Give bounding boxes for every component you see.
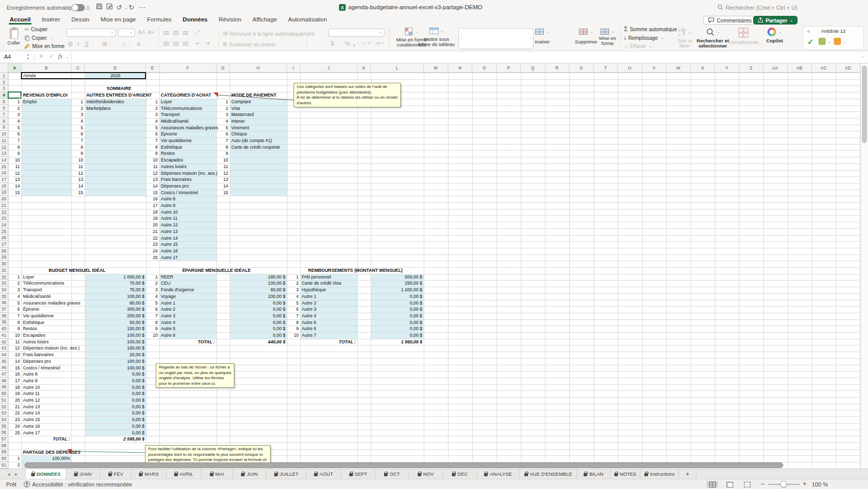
cell-A45[interactable]: 14 [8, 358, 21, 365]
cell-F15[interactable]: Autres loisirs [159, 164, 216, 170]
cell-D40[interactable]: 150,00 $ [85, 325, 146, 332]
cell-F23[interactable]: Autre 11 [159, 215, 216, 222]
cell-C9[interactable]: 5 [71, 125, 85, 131]
row-header-36[interactable]: 36 [0, 300, 8, 307]
shrink-font-icon[interactable]: A˅ [148, 29, 155, 35]
cell-B32[interactable]: Loyer [21, 274, 71, 281]
cell-H34[interactable]: 60,00 $ [230, 287, 287, 293]
document-title[interactable]: agenda-budgetaire-annuel-excel-v3-partag… [348, 4, 483, 10]
row-header-31[interactable]: 31 [0, 267, 8, 274]
cell-A50[interactable]: 19 [8, 390, 21, 397]
row-header-17[interactable]: 17 [0, 176, 8, 183]
cell-I31[interactable]: REMBOURSEMENTS (MONTANT MENSUEL) [287, 267, 424, 274]
row-header-12[interactable]: 12 [0, 144, 8, 151]
cell-E15[interactable]: 11 [146, 164, 159, 170]
cell-B5[interactable]: Emploi [21, 99, 71, 105]
cell-B38[interactable]: Vie quotidienne [21, 313, 71, 319]
cell-B50[interactable]: Autre 11 [21, 390, 71, 397]
row-header-23[interactable]: 23 [0, 215, 8, 222]
orientation-dropdown-icon[interactable]: ⌄ [202, 31, 205, 35]
cell-E13[interactable]: 9 [146, 150, 159, 157]
row-header-30[interactable]: 30 [0, 261, 8, 267]
zoom-in-button[interactable]: + [803, 480, 807, 487]
number-format-select[interactable] [328, 29, 384, 37]
cell-H9[interactable]: Virement [230, 125, 287, 131]
cell-F40[interactable]: Autre 5 [159, 325, 216, 332]
cell-B45[interactable]: Dépenses pro [21, 358, 71, 365]
cell-G13[interactable]: 9 [216, 150, 230, 157]
column-header-G[interactable]: G [216, 63, 230, 73]
cancel-icon[interactable]: ✕ [39, 53, 43, 60]
grow-font-icon[interactable]: A˄ [138, 29, 145, 35]
cell-D38[interactable]: 200,00 $ [85, 313, 146, 319]
cell-B39[interactable]: Esthétique [21, 319, 71, 326]
cell-E27[interactable]: 23 [146, 241, 159, 248]
fill-color-icon[interactable]: ◇ [122, 41, 126, 48]
row-header-9[interactable]: 9 [0, 125, 8, 131]
cell-F24[interactable]: Autre 12 [159, 222, 216, 228]
cell-E40[interactable]: 9 [146, 325, 159, 332]
cell-A44[interactable]: 13 [8, 352, 21, 358]
prev-sheet-icon[interactable]: ◂ [8, 472, 10, 477]
currency-dropdown-icon[interactable]: ⌄ [336, 42, 340, 46]
horizontal-scrollbar-thumb[interactable] [25, 462, 783, 468]
cell-H33[interactable]: 100,00 $ [230, 280, 287, 287]
cell-H8[interactable]: Interac [230, 118, 287, 125]
merge-center-button[interactable]: Fusionner et centrer [230, 42, 276, 48]
cell-E32[interactable]: 1 [146, 274, 159, 281]
sheet-tab-juin[interactable]: JUIN [233, 469, 267, 479]
cell-J34[interactable]: Hypothèque [300, 287, 357, 293]
cell-A31[interactable]: BUDGET MENSUEL IDÉAL [8, 267, 146, 274]
sheet-tab-août[interactable]: AOÛT [306, 469, 341, 479]
row-header-5[interactable]: 5 [0, 99, 8, 105]
cell-F8[interactable]: Médical/santé [159, 118, 216, 125]
cell-A56[interactable]: 25 [8, 430, 21, 436]
row-header-57[interactable]: 57 [0, 436, 8, 443]
cell-G7[interactable]: 3 [216, 111, 230, 118]
cell-H39[interactable]: 0,00 $ [230, 319, 287, 326]
row-header-46[interactable]: 46 [0, 365, 8, 371]
zoom-out-button[interactable]: − [761, 480, 765, 488]
cell-A53[interactable]: 22 [8, 410, 21, 416]
cell-A13[interactable]: 9 [8, 150, 21, 157]
row-header-58[interactable]: 58 [0, 443, 8, 449]
vertical-scrollbar[interactable] [860, 63, 868, 469]
cell-D35[interactable]: 100,00 $ [85, 293, 146, 300]
cell-G18[interactable]: 14 [216, 183, 230, 190]
column-header-P[interactable]: P [497, 63, 521, 73]
cell-H42[interactable]: 440,00 $ [230, 339, 287, 345]
cell-A11[interactable]: 7 [8, 137, 21, 144]
page-break-view-button[interactable] [741, 481, 753, 488]
page-layout-view-button[interactable] [724, 481, 735, 488]
row-header-22[interactable]: 22 [0, 209, 8, 216]
cell-F25[interactable]: Autre 13 [159, 228, 216, 235]
cell-H12[interactable]: Carte de crédit conjointe [230, 144, 287, 151]
sheet-tab-sept[interactable]: SEPT [341, 469, 376, 479]
cell-A33[interactable]: 2 [8, 280, 21, 287]
cell-F5[interactable]: Loyer [159, 99, 216, 105]
cell-F37[interactable]: Autre 2 [159, 306, 216, 313]
zoom-level[interactable]: 100 % [812, 481, 828, 487]
cell-A47[interactable]: 16 [8, 371, 21, 378]
redo-icon[interactable]: ↻ [129, 4, 134, 12]
cell-B47[interactable]: Autre 8 [21, 371, 71, 378]
row-header-24[interactable]: 24 [0, 222, 8, 228]
cell-F9[interactable]: Assurances maladies graves [159, 125, 216, 131]
cell-H10[interactable]: Chèque [230, 131, 287, 137]
cell-D39[interactable]: 50,00 $ [85, 319, 146, 326]
title-dropdown-icon[interactable]: ⌄ [477, 7, 480, 11]
cell-F27[interactable]: Autre 15 [159, 241, 216, 248]
cell-A40[interactable]: 9 [8, 325, 21, 332]
column-header-X[interactable]: X [691, 63, 715, 73]
row-header-55[interactable]: 55 [0, 423, 8, 430]
cell-E9[interactable]: 5 [146, 125, 159, 131]
cell-F26[interactable]: Autre 14 [159, 235, 216, 242]
comma-format-icon[interactable]: , [353, 39, 355, 47]
cell-H7[interactable]: Mastercard [230, 111, 287, 118]
column-header-Q[interactable]: Q [521, 63, 545, 73]
cell-F6[interactable]: Télécommunications [159, 105, 216, 112]
paste-button[interactable]: Coller⌄ [4, 26, 23, 50]
cell-F17[interactable]: Frais bancaires [159, 176, 216, 183]
cell-F16[interactable]: Dépenses maison (inc. ass.) [159, 170, 216, 177]
cell-D6[interactable]: Marketplace [85, 105, 146, 112]
